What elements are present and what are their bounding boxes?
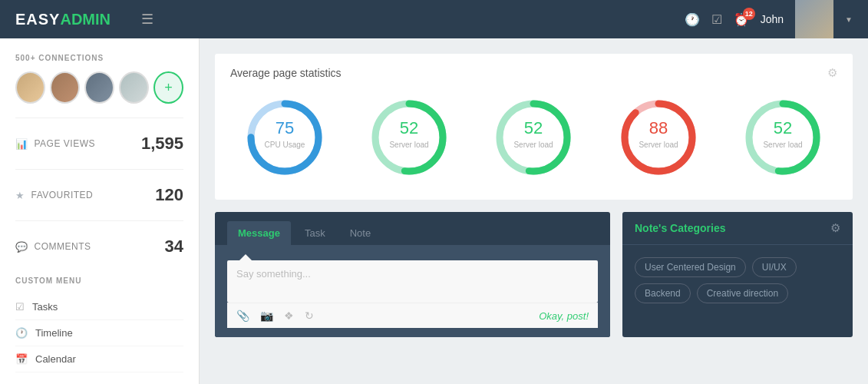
- sidebar-item-calendar[interactable]: 📅 Calendar: [15, 346, 183, 372]
- favourited-label: ★ FAVOURITED: [15, 190, 93, 201]
- tag[interactable]: Backend: [635, 283, 691, 303]
- bar-chart-icon: 📊: [15, 138, 28, 150]
- divider: [15, 118, 183, 118]
- logo-admin: ADMIN: [60, 11, 111, 28]
- gauge-s3: 88 Server load: [616, 95, 701, 180]
- pageviews-label: 📊 PAGE VIEWS: [15, 138, 95, 150]
- message-caret: [239, 254, 252, 260]
- notifications-icon[interactable]: ⏰ 12: [734, 12, 749, 27]
- gauge-value-text-cpu: 75: [276, 118, 294, 137]
- divider3: [15, 220, 183, 221]
- post-button[interactable]: Okay, post!: [539, 310, 589, 322]
- logo: EASYADMIN: [15, 11, 111, 28]
- message-tools: 📎 📷 ❖ ↻: [236, 310, 314, 322]
- gauge-label-text-s1: Server load: [390, 141, 429, 149]
- avatar-3[interactable]: [84, 71, 114, 104]
- tag[interactable]: User Centered Design: [635, 257, 746, 277]
- notes-card: Note's Categories ⚙ User Centered Design…: [622, 212, 853, 337]
- avatar-image: [795, 0, 833, 38]
- gear-icon[interactable]: ⚙: [827, 66, 837, 80]
- comments-label: 💬 COMMENTS: [15, 241, 91, 253]
- tag[interactable]: UI/UX: [752, 257, 797, 277]
- stats-card-header: Average page statistics ⚙: [230, 66, 837, 80]
- gauge-svg-cpu: 75 CPU Usage: [243, 95, 327, 180]
- chevron-down-icon[interactable]: ▼: [845, 15, 853, 24]
- sidebar-item-timeline-label: Timeline: [35, 327, 73, 339]
- gauge-value-text-s2: 52: [524, 118, 543, 137]
- tab-task[interactable]: Task: [294, 221, 336, 245]
- gauge-label-text-s3: Server load: [639, 141, 678, 149]
- pageviews-stat: 📊 PAGE VIEWS 1,595: [15, 129, 183, 158]
- stats-card: Average page statistics ⚙ 75 CPU Usage 5: [215, 54, 853, 200]
- gauge-arc-s3: [625, 104, 692, 171]
- header-left: EASYADMIN ☰: [15, 11, 153, 28]
- gauge-label-text-s4: Server load: [763, 141, 802, 149]
- notes-body: User Centered DesignUI/UX BackendCreativ…: [622, 245, 853, 322]
- refresh-icon[interactable]: ↻: [305, 310, 314, 322]
- gauge-s4: 52 Server load: [741, 95, 825, 180]
- grid-icon[interactable]: ❖: [284, 310, 294, 322]
- message-footer: 📎 📷 ❖ ↻ Okay, post!: [227, 303, 598, 328]
- divider2: [15, 169, 183, 170]
- favourited-value: 120: [155, 185, 183, 205]
- header-right: 🕐 ☑ ⏰ 12 John ▼: [685, 0, 853, 38]
- tasks-icon: ☑: [15, 301, 25, 313]
- gauge-s2: 52 Server load: [491, 95, 576, 180]
- tag[interactable]: Creative direction: [697, 283, 788, 303]
- message-body: Say something... 📎 📷 ❖ ↻ Okay, post!: [215, 245, 610, 337]
- gauge-label-text-s2: Server load: [514, 141, 553, 149]
- add-connection-button[interactable]: +: [153, 71, 183, 104]
- sidebar-item-tasks[interactable]: ☑ Tasks: [15, 294, 183, 320]
- comment-icon: 💬: [15, 241, 28, 253]
- gauge-value-text-s3: 88: [649, 118, 667, 137]
- custom-menu-label: CUSTOM MENU: [15, 276, 183, 285]
- favourited-stat: ★ FAVOURITED 120: [15, 180, 183, 210]
- pageviews-value: 1,595: [141, 134, 183, 154]
- user-name: John: [761, 13, 784, 25]
- comments-value: 34: [165, 237, 183, 257]
- gauges-container: 75 CPU Usage 52 Server load 52 Server lo…: [230, 88, 837, 187]
- notes-gear-icon[interactable]: ⚙: [830, 221, 840, 235]
- avatar-1[interactable]: [15, 71, 45, 104]
- message-card: Message Task Note Say something... 📎 📷 ❖…: [215, 212, 610, 337]
- main-layout: 500+ CONNECTIONS + 📊 PAGE VIEWS 1,595 ★ …: [0, 38, 868, 384]
- stats-card-title: Average page statistics: [230, 67, 342, 79]
- gauge-s1: 52 Server load: [367, 95, 451, 180]
- gauge-label-text-cpu: CPU Usage: [265, 141, 305, 149]
- notes-header: Note's Categories ⚙: [622, 212, 853, 245]
- sidebar: 500+ CONNECTIONS + 📊 PAGE VIEWS 1,595 ★ …: [0, 38, 200, 384]
- avatar-2[interactable]: [50, 71, 80, 104]
- attachment-icon[interactable]: 📎: [236, 310, 249, 322]
- gauge-value-text-s4: 52: [774, 118, 792, 137]
- gauge-value-text-s1: 52: [400, 118, 418, 137]
- camera-icon[interactable]: 📷: [260, 310, 273, 322]
- gauge-svg-s4: 52 Server load: [741, 95, 825, 180]
- comments-stat: 💬 COMMENTS 34: [15, 232, 183, 261]
- timeline-icon: 🕐: [15, 327, 28, 339]
- sidebar-item-timeline[interactable]: 🕐 Timeline: [15, 320, 183, 346]
- tag-row-1: User Centered DesignUI/UX: [635, 257, 840, 277]
- gauge-cpu: 75 CPU Usage: [243, 95, 327, 180]
- header: EASYADMIN ☰ 🕐 ☑ ⏰ 12 John ▼: [0, 0, 868, 38]
- sidebar-item-tasks-label: Tasks: [32, 301, 58, 313]
- connections-label: 500+ CONNECTIONS: [15, 54, 183, 62]
- notification-badge: 12: [743, 8, 755, 20]
- avatar[interactable]: [795, 0, 833, 38]
- gauge-svg-s1: 52 Server load: [367, 95, 451, 180]
- message-tabs: Message Task Note: [215, 212, 610, 245]
- checkmark-icon[interactable]: ☑: [711, 12, 722, 27]
- avatar-list: +: [15, 71, 183, 104]
- clock-icon[interactable]: 🕐: [685, 12, 700, 27]
- tag-row-2: BackendCreative direction: [635, 283, 840, 303]
- message-input[interactable]: Say something...: [227, 260, 598, 303]
- tab-message[interactable]: Message: [227, 221, 291, 245]
- logo-easy: EASY: [15, 11, 60, 28]
- gauge-svg-s2: 52 Server load: [491, 95, 576, 180]
- star-icon: ★: [15, 190, 25, 201]
- tab-note[interactable]: Note: [339, 221, 381, 245]
- hamburger-menu-icon[interactable]: ☰: [141, 11, 153, 28]
- notes-title: Note's Categories: [635, 222, 725, 234]
- avatar-4[interactable]: [119, 71, 149, 104]
- gauge-svg-s3: 88 Server load: [616, 95, 701, 180]
- calendar-icon: 📅: [15, 353, 28, 365]
